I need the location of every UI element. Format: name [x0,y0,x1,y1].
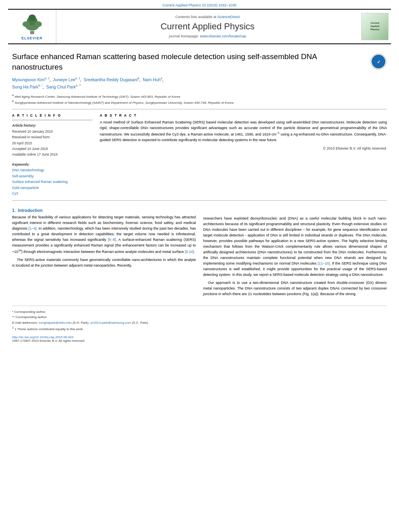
journal-title-section: Contents lists available at ScienceDirec… [56,10,359,43]
author-6: Sang Chul Park [46,84,76,89]
article-title: Surface enhanced Raman scattering based … [12,51,365,72]
intro-section-title: 1. Introduction [12,208,196,213]
author-2: Junwye Lee [53,77,76,82]
svg-rect-0 [30,31,34,34]
footer-notes: * Corresponding author. ** Corresponding… [12,306,387,332]
svg-point-5 [35,21,42,27]
elsevier-logo-section: ELSEVIER [8,10,56,43]
authors-section: Myoungsoon Kima, 1, Junwye Leeb, 1, Sree… [12,76,387,90]
footnote-1: 1 1 These authors contributed equally to… [12,325,387,332]
keyword-3: Surface enhanced Raman scattering [12,179,93,185]
affil-a: Well Aging Research Center, Samsung Adva… [14,95,180,99]
email-2-link[interactable]: sc2013.park@samsung.com [90,321,131,325]
abstract-heading: A B S T R A C T [100,113,387,117]
intro-right-text: researchers have exploited deoxyribonucl… [203,216,387,297]
ref-9-10[interactable]: [9,10] [185,250,194,254]
section-divider-2 [12,200,387,201]
history-label: Article history: [12,123,93,128]
affiliations-section: a Well Aging Research Center, Samsung Ad… [12,93,387,105]
email-1-name: (S.H. Park), [72,321,90,325]
sciencedirect-link[interactable]: ScienceDirect [218,15,240,19]
section-divider-1 [12,109,387,109]
sciencedirect-text: Contents lists available at [175,15,216,19]
homepage-line: journal homepage: www.elsevier.com/locat… [169,34,246,38]
page: Current Applied Physics 15 (2015) 1032–1… [0,0,399,532]
article-info-heading: A R T I C L E I N F O [12,113,93,117]
keywords-section: Keywords: DNA nanotechnology Self-assemb… [12,162,93,197]
ref-11-15[interactable]: [11–15] [318,261,330,265]
elsevier-logo: ELSEVIER [18,13,46,40]
author-3: Sreekantha Reddy Dugasani [84,77,138,82]
online-date: Available online 17 June 2015 [12,152,93,157]
article-info-box: Article history: Received 10 January 201… [12,120,93,196]
keyword-5: Cy3 [12,191,93,196]
received-revised-wrapper: Received in revised form [12,134,93,140]
journal-logo-section: Current Applied Physics [359,10,391,43]
author-5: Sung Ha Park [12,84,38,89]
intro-col-right: researchers have exploited deoxyribonucl… [203,208,387,299]
svg-text:CrossMark: CrossMark [374,66,382,68]
introduction-section: 1. Introduction Because of the feasibili… [12,208,387,299]
keyword-4: Gold nanoparticle [12,185,93,191]
svg-point-4 [23,21,30,27]
keyword-list: DNA nanotechnology Self-assembly Surface… [12,167,93,196]
elsevier-label: ELSEVIER [21,36,43,40]
revised-date: 26 April 2015 [12,140,93,146]
crossmark-icon: ✓ CrossMark [370,53,387,70]
ref-1-4[interactable]: [1–4] [29,226,37,230]
info-abstract-section: A R T I C L E I N F O Article history: R… [12,113,387,196]
received-date: Received 10 January 2015 [12,129,93,134]
sciencedirect-line: Contents lists available at ScienceDirec… [175,15,240,19]
corresponding-2: ** Corresponding author. [12,314,387,320]
affil-b: Sungkyunkwan Advanced Institute of Nanot… [14,101,233,104]
journal-ref-text: Current Applied Physics 15 (2015) 1032–1… [162,3,237,7]
issn-text: 1567-1739/© 2015 Elsevier B.V. All right… [12,339,387,343]
journal-title: Current Applied Physics [160,21,255,32]
email-2-name: (S.C. Park). [132,321,149,325]
corresponding-1: * Corresponding author. [12,309,387,315]
email-line: E-mail addresses: sunghapark@skku.edu (S… [12,320,387,326]
author-1: Myoungsoon Kim [12,77,45,82]
history-label-text: Article history: [12,123,36,127]
homepage-text: journal homepage: [169,34,199,38]
intro-col-left: 1. Introduction Because of the feasibili… [12,208,196,299]
journal-logo-text: Current Applied Physics [370,22,380,31]
section-title-text: Introduction [18,208,43,213]
elsevier-tree-icon [18,13,46,35]
svg-point-3 [29,14,36,21]
abstract-text: A novel method of Surface Enhanced Raman… [100,120,387,143]
article-title-wrapper: Surface enhanced Raman scattering based … [12,51,365,72]
keyword-1: DNA nanotechnology [12,167,93,173]
keyword-2: Self-assembly [12,173,93,179]
main-content: Surface enhanced Raman scattering based … [0,51,399,343]
ref-5-8[interactable]: [5–8] [108,238,116,242]
article-info-col: A R T I C L E I N F O Article history: R… [12,113,93,196]
received-revised-text: Received in revised form [12,135,50,139]
author-4: Nam Huh [143,77,160,82]
abstract-col: A B S T R A C T A novel method of Surfac… [100,113,387,196]
journal-reference: Current Applied Physics 15 (2015) 1032–1… [0,0,399,9]
email-1-link[interactable]: sunghapark@skku.edu [39,321,72,325]
svg-text:✓: ✓ [377,60,380,64]
doi-link[interactable]: http://dx.doi.org/10.1016/j.cap.2015.06.… [12,335,73,339]
crossmark-badge[interactable]: ✓ CrossMark [370,53,387,70]
accepted-date: Accepted 10 June 2015 [12,146,93,152]
article-title-section: Surface enhanced Raman scattering based … [12,51,387,72]
abstract-rights: © 2015 Elsevier B.V. All rights reserved… [100,146,387,150]
journal-logo-box: Current Applied Physics [361,13,389,40]
section-number: 1. [12,208,16,213]
intro-left-text: Because of the feasibility of various ap… [12,215,196,268]
journal-header: ELSEVIER Contents lists available at Sci… [8,9,391,44]
homepage-link[interactable]: www.elsevier.com/locate/cap [200,34,246,38]
keywords-label: Keywords: [12,162,93,167]
